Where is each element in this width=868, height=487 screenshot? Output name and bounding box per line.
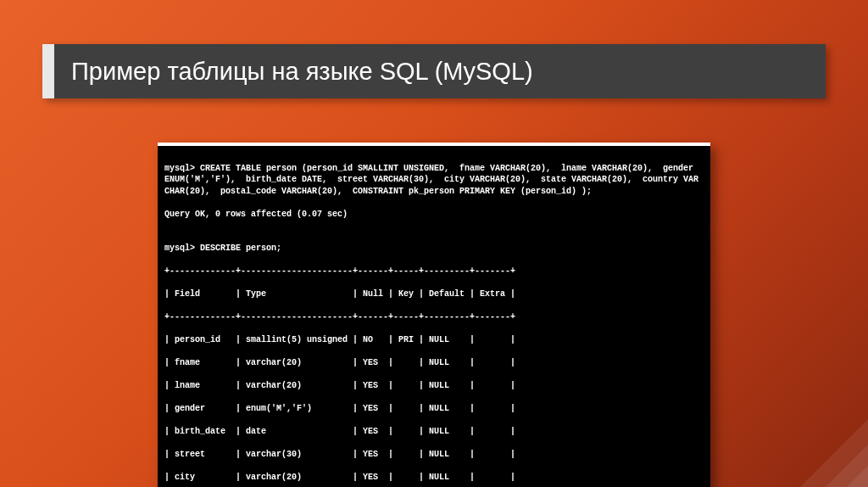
table-row: | person_id | smallint(5) unsigned | NO …: [164, 334, 704, 346]
slide-title: Пример таблицы на языке SQL (MySQL): [71, 58, 533, 86]
sql-create-statement: mysql> CREATE TABLE person (person_id SM…: [164, 163, 704, 198]
table-border-top: +-------------+----------------------+--…: [164, 266, 704, 277]
describe-command: mysql> DESCRIBE person;: [164, 243, 704, 255]
table-border-mid: +-------------+----------------------+--…: [164, 311, 704, 323]
table-row: | city | varchar(20) | YES | | NULL | |: [164, 472, 704, 484]
terminal-window: mysql> CREATE TABLE person (person_id SM…: [158, 143, 710, 487]
title-bar: Пример таблицы на языке SQL (MySQL): [42, 44, 826, 98]
query-result: Query OK, 0 rows affected (0.07 sec): [164, 209, 704, 221]
table-row: | lname | varchar(20) | YES | | NULL | |: [164, 380, 704, 392]
table-row: | birth_date | date | YES | | NULL | |: [164, 426, 704, 438]
table-header: | Field | Type | Null | Key | Default | …: [164, 288, 704, 300]
corner-decoration-icon: [766, 385, 868, 487]
table-row: | gender | enum('M','F') | YES | | NULL …: [164, 403, 704, 415]
table-row: | street | varchar(30) | YES | | NULL | …: [164, 449, 704, 461]
table-row: | fname | varchar(20) | YES | | NULL | |: [164, 357, 704, 369]
